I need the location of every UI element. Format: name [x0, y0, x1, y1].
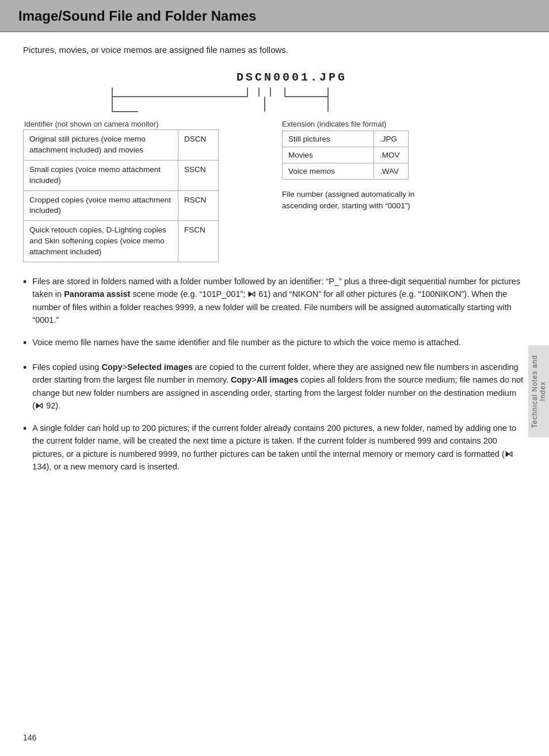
identifier-code: DSCN: [178, 130, 219, 161]
bracket-lines-svg: [23, 85, 524, 117]
filename-label: DSCN0001.JPG: [23, 71, 526, 84]
list-item: A single folder can hold up to 200 pictu…: [23, 422, 526, 474]
identifier-table: Original still pictures (voice memo atta…: [23, 129, 219, 262]
list-item-text: Files copied using Copy>Selected images …: [32, 361, 526, 413]
extension-code: .JPG: [374, 131, 409, 147]
list-item-text: Files are stored in folders named with a…: [32, 275, 526, 327]
table-row: Cropped copies (voice memo attachment in…: [24, 190, 219, 221]
page-header: Image/Sound File and Folder Names: [0, 0, 549, 32]
identifier-column: Identifier (not shown on camera monitor)…: [23, 120, 276, 262]
table-row: Still pictures.JPG: [283, 131, 409, 147]
identifier-code: RSCN: [178, 190, 219, 221]
intro-paragraph: Pictures, movies, or voice memos are ass…: [23, 45, 526, 55]
page-number: 146: [23, 733, 36, 742]
list-item-text: A single folder can hold up to 200 pictu…: [32, 422, 526, 474]
table-row: Quick retouch copies, D-Lighting copies …: [24, 221, 219, 262]
identifier-code: FSCN: [178, 221, 219, 262]
bullet-list: Files are stored in folders named with a…: [23, 275, 526, 474]
file-number-text: File number (assigned automatically in a…: [282, 189, 443, 212]
side-label: Technical Notes and Index: [528, 345, 549, 437]
extension-label-cell: Voice memos: [283, 163, 374, 180]
extension-column: Extension (indicates file format) Still …: [276, 120, 526, 212]
identifier-description: Quick retouch copies, D-Lighting copies …: [24, 221, 178, 262]
page-title: Image/Sound File and Folder Names: [18, 8, 531, 24]
list-item: Voice memo file names have the same iden…: [23, 336, 526, 352]
extension-table: Still pictures.JPGMovies.MOVVoice memos.…: [282, 131, 409, 180]
extension-label-cell: Movies: [283, 147, 374, 163]
two-col-diagram: Identifier (not shown on camera monitor)…: [23, 120, 526, 262]
extension-label: Extension (indicates file format): [282, 120, 526, 128]
table-row: Movies.MOV: [283, 147, 409, 163]
identifier-label: Identifier (not shown on camera monitor): [23, 120, 276, 128]
list-item: Files are stored in folders named with a…: [23, 275, 526, 327]
extension-label-cell: Still pictures: [283, 131, 374, 147]
list-item-text: Voice memo file names have the same iden…: [32, 336, 526, 349]
list-item: Files copied using Copy>Selected images …: [23, 361, 526, 413]
main-content: Pictures, movies, or voice memos are ass…: [0, 32, 549, 500]
table-row: Original still pictures (voice memo atta…: [24, 130, 219, 161]
identifier-description: Original still pictures (voice memo atta…: [24, 130, 178, 161]
identifier-code: SSCN: [178, 160, 219, 190]
table-row: Small copies (voice memo attachment incl…: [24, 160, 219, 190]
identifier-description: Cropped copies (voice memo attachment in…: [24, 190, 178, 221]
extension-code: .MOV: [374, 147, 409, 163]
filename-diagram: DSCN0001.JPG: [23, 71, 526, 262]
table-row: Voice memos.WAV: [283, 163, 409, 180]
identifier-description: Small copies (voice memo attachment incl…: [24, 160, 178, 190]
extension-code: .WAV: [374, 163, 409, 180]
